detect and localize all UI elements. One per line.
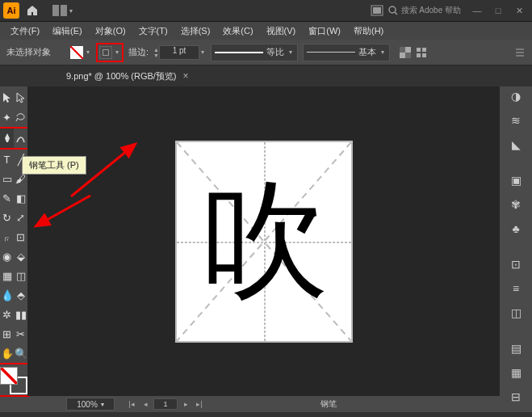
transform-panel-icon[interactable]: ⊡	[508, 258, 524, 271]
align-panel-icon[interactable]: ≡	[508, 282, 524, 295]
home-icon[interactable]	[26, 4, 39, 17]
arrange-docs-icon[interactable]	[52, 4, 68, 17]
style-icon[interactable]	[416, 47, 427, 58]
search-icon	[388, 6, 398, 15]
close-tab-icon[interactable]: ×	[183, 70, 189, 82]
prefs-icon[interactable]	[514, 47, 526, 58]
gradient-tool[interactable]: ◫	[14, 266, 27, 285]
properties-panel-icon[interactable]: ◑	[508, 90, 524, 103]
fill-stroke-control[interactable]	[0, 367, 27, 394]
menu-effect[interactable]: 效果(C)	[217, 23, 258, 39]
app-logo: Ai	[3, 2, 19, 19]
brush-def[interactable]: 基本 ▾	[303, 44, 390, 61]
tool-panel: ✦ T╱ ▭🖌 ✎◧ ↻⤢ ⟔⊡ ◉⬙ ▦◫ 💧⬘ ✲▮▮ ⊞✂ ✋🔍	[0, 86, 27, 396]
direct-selection-tool[interactable]	[14, 88, 27, 107]
close-button[interactable]: ✕	[509, 3, 529, 18]
rotate-tool[interactable]: ↻	[0, 208, 14, 227]
color-panel-icon[interactable]: ♣	[508, 222, 524, 235]
dash-sample-icon	[307, 49, 355, 56]
stroke-stepper[interactable]: ▲▼	[153, 47, 159, 58]
selection-tool[interactable]	[0, 88, 14, 107]
layers-panel-icon[interactable]: ▤	[508, 342, 524, 355]
appearance-panel-icon[interactable]: ⊟	[508, 390, 524, 403]
first-page-button[interactable]: |◂	[126, 398, 137, 410]
menu-file[interactable]: 文件(F)	[5, 23, 45, 39]
svg-line-5	[395, 12, 397, 15]
tooltip: 钢笔工具 (P)	[22, 156, 86, 175]
svg-point-4	[389, 6, 396, 13]
brushes-panel-icon[interactable]: ◣	[508, 138, 524, 151]
symbol-sprayer-tool[interactable]: ✲	[0, 305, 14, 324]
swatches-panel-icon[interactable]: ≋	[508, 114, 524, 127]
next-page-button[interactable]: ▸	[180, 398, 191, 410]
last-page-button[interactable]: ▸|	[194, 398, 205, 410]
mesh-tool[interactable]: ▦	[0, 266, 14, 285]
svg-rect-10	[422, 48, 426, 52]
menu-bar: 文件(F) 编辑(E) 对象(O) 文字(T) 选择(S) 效果(C) 视图(V…	[0, 22, 532, 40]
stroke-width[interactable]: 1 pt	[159, 45, 199, 60]
menu-window[interactable]: 窗口(W)	[303, 23, 346, 39]
selection-status: 未选择对象	[6, 46, 51, 58]
svg-rect-3	[373, 7, 381, 14]
width-tool[interactable]: ⟔	[0, 227, 14, 246]
svg-rect-1	[61, 5, 67, 16]
document-tab[interactable]: 9.png* @ 100% (RGB/预览) ×	[58, 67, 197, 86]
fill-dropdown[interactable]: ▾	[85, 46, 91, 59]
menu-type[interactable]: 文字(T)	[133, 23, 174, 39]
fill-swatch[interactable]	[70, 46, 83, 59]
eyedropper-tool[interactable]: 💧	[0, 285, 14, 305]
symbols-panel-icon[interactable]: ✾	[508, 198, 524, 211]
artboards-panel-icon[interactable]: ▦	[508, 366, 524, 379]
artboard-tool[interactable]: ⊞	[0, 324, 14, 343]
scale-tool[interactable]: ⤢	[14, 208, 27, 227]
free-transform-tool[interactable]: ⊡	[14, 227, 27, 246]
menu-edit[interactable]: 编辑(E)	[47, 23, 88, 39]
eraser-tool[interactable]: ◧	[14, 188, 27, 208]
search-placeholder: 搜索 Adobe 帮助	[401, 5, 461, 16]
canvas[interactable]: 吹	[27, 86, 500, 396]
opacity-icon[interactable]	[400, 47, 411, 58]
svg-rect-11	[417, 53, 421, 57]
maximize-button[interactable]: □	[488, 3, 508, 18]
menu-view[interactable]: 视图(V)	[261, 23, 302, 39]
menu-object[interactable]: 对象(O)	[90, 23, 132, 39]
svg-rect-0	[52, 5, 59, 16]
stroke-dropdown[interactable]: ▾	[114, 46, 120, 59]
menu-select[interactable]: 选择(S)	[175, 23, 216, 39]
type-tool[interactable]: T	[0, 150, 14, 169]
width-profile[interactable]: 等比 ▾	[211, 44, 298, 61]
dropdown-arrow-icon[interactable]: ▾	[68, 4, 74, 17]
curvature-tool[interactable]	[14, 128, 27, 148]
lasso-tool[interactable]	[14, 107, 27, 127]
magic-wand-tool[interactable]: ✦	[0, 107, 14, 127]
prev-page-button[interactable]: ◂	[140, 398, 151, 410]
minimize-button[interactable]: —	[467, 3, 487, 18]
fill-color[interactable]	[0, 367, 18, 385]
pathfinder-panel-icon[interactable]: ◫	[508, 306, 524, 319]
libraries-panel-icon[interactable]: ▣	[508, 174, 524, 187]
shaper-tool[interactable]: ✎	[0, 188, 14, 208]
stroke-swatch[interactable]	[99, 46, 112, 59]
pen-tool[interactable]	[0, 128, 14, 148]
graph-tool[interactable]: ▮▮	[14, 305, 27, 324]
search-box[interactable]: 搜索 Adobe 帮助	[388, 5, 461, 16]
glyph-character: 吹	[177, 142, 351, 341]
pen-tool-highlight	[0, 127, 29, 150]
stroke-width-dropdown[interactable]: ▾	[199, 46, 206, 59]
perspective-tool[interactable]: ⬙	[14, 246, 27, 266]
hand-tool[interactable]: ✋	[0, 343, 14, 363]
page-input[interactable]	[153, 398, 178, 410]
status-bar: 100% ▾ |◂ ◂ ▸ ▸| 钢笔	[0, 396, 532, 412]
shape-builder-tool[interactable]: ◉	[0, 246, 14, 266]
menu-help[interactable]: 帮助(H)	[348, 23, 389, 39]
zoom-dropdown[interactable]: 100% ▾	[66, 398, 115, 411]
right-panel: ◑ ≋ ◣ ▣ ✾ ♣ ⊡ ≡ ◫ ▤ ▦ ⊟	[500, 86, 532, 396]
artboard[interactable]: 吹	[175, 141, 353, 343]
zoom-tool[interactable]: 🔍	[14, 343, 27, 363]
rectangle-tool[interactable]: ▭	[0, 169, 14, 188]
slice-tool[interactable]: ✂	[14, 324, 27, 343]
control-bar: 未选择对象 ▾ ▾ 描边: ▲▼ 1 pt ▾ 等比 ▾ 基本 ▾	[0, 40, 532, 65]
blend-tool[interactable]: ⬘	[14, 285, 27, 305]
stroke-label: 描边:	[128, 46, 149, 58]
workspace-icon[interactable]	[371, 5, 383, 16]
